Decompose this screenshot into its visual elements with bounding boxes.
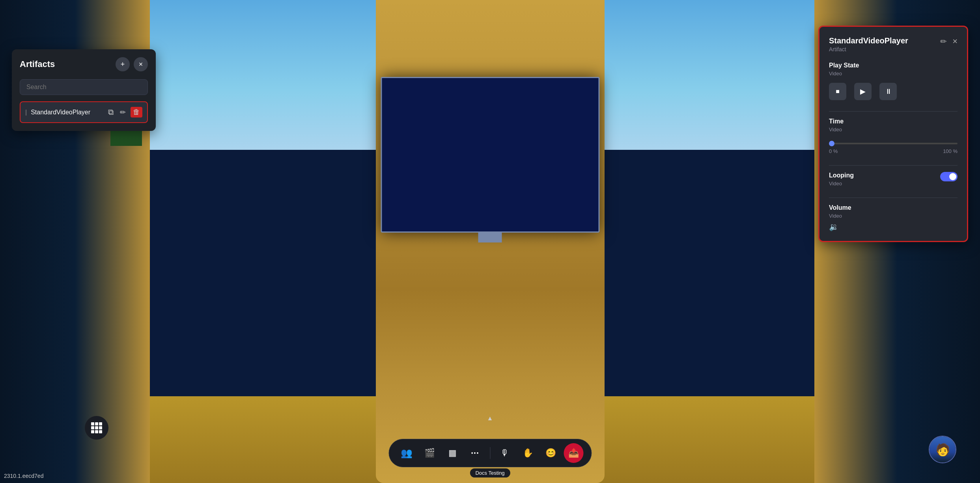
hand-button[interactable]: ✋ <box>518 443 538 463</box>
looping-info: Looping Video <box>829 172 854 186</box>
time-label: Time <box>829 118 958 125</box>
camera-button[interactable]: 🎬 <box>420 443 439 463</box>
version-label: 2310.1.eecd7ed <box>4 473 43 479</box>
artifacts-header-buttons: + × <box>116 57 148 71</box>
artifacts-panel: Artifacts + × | StandardVideoPlayer ⧉ ✏ … <box>12 49 156 131</box>
docs-testing-badge: Docs Testing <box>470 468 510 477</box>
time-slider-container <box>829 139 958 146</box>
share-button[interactable]: 📤 <box>564 443 583 463</box>
volume-label: Volume <box>829 204 958 211</box>
play-button[interactable]: ▶ <box>854 83 872 100</box>
time-min-label: 0 % <box>829 148 838 154</box>
grid-dot <box>99 422 102 425</box>
time-max-label: 100 % <box>943 148 958 154</box>
artifacts-title: Artifacts <box>20 59 55 69</box>
play-state-sublabel: Video <box>829 71 958 76</box>
play-state-section: Play State Video ■ ▶ ⏸ <box>829 62 958 100</box>
copy-icon[interactable]: ⧉ <box>106 106 115 118</box>
pause-button[interactable]: ⏸ <box>879 83 897 100</box>
video-panel-close-icon[interactable]: × <box>952 36 958 47</box>
volume-sublabel: Video <box>829 213 958 219</box>
toolbar-divider <box>490 447 490 459</box>
grid-menu-button[interactable] <box>85 416 108 440</box>
play-state-label: Play State <box>829 62 958 69</box>
looping-sublabel: Video <box>829 181 854 186</box>
grid-dot <box>91 430 94 433</box>
toggle-slider <box>940 172 958 181</box>
video-panel-subtitle: Artifact <box>829 46 908 52</box>
grid-dot <box>91 426 94 429</box>
time-labels: 0 % 100 % <box>829 148 958 154</box>
grid-icon <box>91 422 102 433</box>
divider-1 <box>829 111 958 112</box>
layouts-button[interactable]: ▦ <box>442 443 462 463</box>
time-sublabel: Video <box>829 127 958 132</box>
bottom-toolbar: 👥 🎬 ▦ ••• 🎙 ✋ 😊 📤 <box>388 439 592 467</box>
artifact-item-actions: ⧉ ✏ 🗑 <box>106 106 142 118</box>
people-button[interactable]: 👥 <box>397 443 416 463</box>
artifact-cursor: | <box>25 109 27 116</box>
divider-2 <box>829 165 958 166</box>
mic-button[interactable]: 🎙 <box>495 443 515 463</box>
time-section: Time Video 0 % 100 % <box>829 118 958 154</box>
video-panel-title-group: StandardVideoPlayer Artifact <box>829 36 908 52</box>
playback-controls: ■ ▶ ⏸ <box>829 83 958 100</box>
video-panel-edit-icon[interactable]: ✏ <box>940 37 947 46</box>
grid-dot <box>95 426 98 429</box>
grid-dot <box>91 422 94 425</box>
grid-dot <box>95 422 98 425</box>
stop-button[interactable]: ■ <box>829 83 846 100</box>
grid-dot <box>99 426 102 429</box>
video-panel-header-actions: ✏ × <box>940 36 958 47</box>
close-artifacts-button[interactable]: × <box>134 57 148 71</box>
artifact-item: | StandardVideoPlayer ⧉ ✏ 🗑 <box>20 101 148 123</box>
divider-3 <box>829 198 958 198</box>
looping-toggle[interactable] <box>940 172 958 181</box>
edit-icon[interactable]: ✏ <box>118 106 127 118</box>
artifacts-header: Artifacts + × <box>20 57 148 71</box>
video-panel-header: StandardVideoPlayer Artifact ✏ × <box>829 36 958 52</box>
volume-section: Volume Video 🔉 <box>829 204 958 231</box>
user-avatar[interactable]: 🧑 <box>929 436 956 463</box>
avatar-image: 🧑 <box>930 436 956 462</box>
video-panel-title: StandardVideoPlayer <box>829 36 908 45</box>
emoji-button[interactable]: 😊 <box>541 443 560 463</box>
video-player-panel: StandardVideoPlayer Artifact ✏ × Play St… <box>818 26 968 242</box>
looping-section: Looping Video <box>829 172 958 186</box>
center-video-screen <box>381 77 599 233</box>
mic-indicator: ▲ <box>487 415 493 422</box>
volume-icon: 🔉 <box>829 222 839 231</box>
time-slider[interactable] <box>829 143 958 144</box>
add-artifact-button[interactable]: + <box>116 57 130 71</box>
screen-stand <box>478 231 502 242</box>
looping-label: Looping <box>829 172 854 179</box>
avatar-person-icon: 🧑 <box>935 443 950 457</box>
more-button[interactable]: ••• <box>465 443 485 463</box>
delete-icon[interactable]: 🗑 <box>131 107 142 117</box>
artifact-item-name: StandardVideoPlayer <box>31 109 103 116</box>
search-input[interactable] <box>20 79 148 95</box>
grid-dot <box>99 430 102 433</box>
grid-dot <box>95 430 98 433</box>
